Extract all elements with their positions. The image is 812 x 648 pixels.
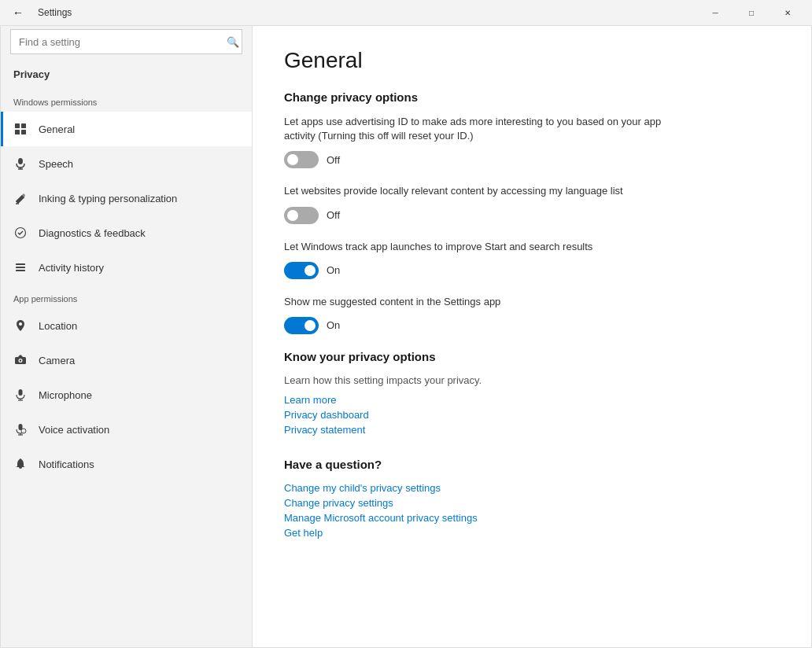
- sidebar-item-diagnostics-label: Diagnostics & feedback: [39, 227, 146, 239]
- know-section: Know your privacy options Learn how this…: [284, 350, 780, 436]
- maximize-button[interactable]: □: [733, 0, 770, 25]
- inking-icon: [13, 191, 28, 205]
- sidebar-item-location-label: Location: [39, 320, 77, 332]
- get-help-link[interactable]: Get help: [284, 527, 780, 539]
- page-title: General: [284, 48, 780, 73]
- search-box: 🔍: [10, 29, 242, 54]
- know-section-title: Know your privacy options: [284, 350, 780, 363]
- sidebar-item-diagnostics[interactable]: Diagnostics & feedback: [1, 215, 252, 250]
- suggested-toggle-row: On: [284, 317, 780, 334]
- know-description: Learn how this setting impacts your priv…: [284, 374, 780, 386]
- svg-rect-11: [16, 270, 25, 271]
- suggested-toggle-label: On: [327, 319, 340, 331]
- activity-icon: [13, 260, 28, 274]
- titlebar: ← Settings ─ □ ✕: [0, 0, 812, 25]
- sidebar: 🔍 Privacy Windows permissions General: [1, 26, 253, 647]
- app-permissions-label: App permissions: [1, 285, 252, 308]
- suggested-description: Show me suggested content in the Setting…: [284, 295, 677, 309]
- diagnostics-icon: [13, 226, 28, 240]
- svg-rect-0: [15, 123, 20, 128]
- sidebar-item-notifications[interactable]: Notifications: [1, 447, 252, 481]
- microphone-icon: [13, 388, 28, 402]
- sidebar-item-speech-label: Speech: [39, 158, 73, 170]
- sidebar-item-notifications-label: Notifications: [39, 458, 94, 470]
- svg-point-15: [20, 359, 21, 361]
- advertising-description: Let apps use advertising ID to make ads …: [284, 115, 677, 143]
- close-button[interactable]: ✕: [770, 0, 806, 25]
- change-privacy-link[interactable]: Change privacy settings: [284, 497, 780, 509]
- suggested-toggle[interactable]: [284, 317, 319, 334]
- change-section-title: Change privacy options: [284, 90, 780, 104]
- app-launches-toggle-row: On: [284, 262, 780, 279]
- advertising-toggle-thumb: [287, 154, 298, 165]
- advertising-toggle[interactable]: [284, 151, 319, 168]
- language-description: Let websites provide locally relevant co…: [284, 184, 677, 198]
- sidebar-item-location[interactable]: Location: [1, 308, 252, 343]
- svg-rect-2: [15, 130, 20, 134]
- svg-point-4: [18, 158, 23, 164]
- location-icon: [13, 318, 28, 333]
- privacy-dashboard-link[interactable]: Privacy dashboard: [284, 409, 780, 421]
- manage-account-link[interactable]: Manage Microsoft account privacy setting…: [284, 512, 780, 524]
- advertising-toggle-row: Off: [284, 151, 780, 168]
- language-toggle-label: Off: [327, 209, 340, 221]
- child-privacy-link[interactable]: Change my child's privacy settings: [284, 482, 780, 494]
- privacy-statement-link[interactable]: Privacy statement: [284, 424, 780, 436]
- sidebar-item-inking[interactable]: Inking & typing personalization: [1, 181, 252, 215]
- question-title: Have a question?: [284, 458, 780, 471]
- app-launches-description: Let Windows track app launches to improv…: [284, 240, 677, 254]
- sidebar-item-microphone[interactable]: Microphone: [1, 377, 252, 412]
- app-title: Settings: [38, 7, 72, 18]
- windows-permissions-label: Windows permissions: [1, 88, 252, 112]
- back-button[interactable]: ←: [6, 1, 30, 24]
- sidebar-item-microphone-label: Microphone: [39, 389, 92, 401]
- minimize-button[interactable]: ─: [697, 0, 733, 25]
- window-controls: ─ □ ✕: [697, 0, 806, 25]
- svg-point-12: [19, 322, 22, 326]
- advertising-toggle-label: Off: [327, 154, 340, 166]
- speech-icon: [13, 156, 28, 171]
- sidebar-item-camera-label: Camera: [39, 355, 75, 366]
- language-toggle-row: Off: [284, 207, 780, 224]
- camera-icon: [13, 353, 28, 367]
- main-content: General Change privacy options Let apps …: [253, 26, 811, 647]
- sidebar-item-voice-label: Voice activation: [39, 424, 109, 436]
- sidebar-item-activity-label: Activity history: [39, 262, 104, 274]
- app-launches-toggle[interactable]: [284, 262, 319, 279]
- svg-rect-9: [16, 263, 25, 265]
- svg-rect-1: [21, 123, 26, 128]
- sidebar-item-camera[interactable]: Camera: [1, 343, 252, 377]
- privacy-label: Privacy: [1, 64, 252, 88]
- question-section: Have a question? Change my child's priva…: [284, 458, 780, 539]
- svg-rect-3: [21, 130, 26, 134]
- app-launches-toggle-label: On: [327, 264, 340, 276]
- sidebar-item-voice[interactable]: ✓ Voice activation: [1, 412, 252, 447]
- search-icon[interactable]: 🔍: [227, 36, 239, 48]
- general-icon: [13, 122, 28, 136]
- search-input[interactable]: [10, 29, 242, 54]
- titlebar-left: ← Settings: [6, 1, 72, 24]
- learn-more-link[interactable]: Learn more: [284, 394, 780, 406]
- suggested-toggle-thumb: [304, 320, 316, 331]
- svg-text:✓: ✓: [23, 429, 25, 433]
- voice-icon: ✓: [13, 422, 28, 436]
- app-launches-toggle-thumb: [304, 265, 316, 276]
- sidebar-item-activity[interactable]: Activity history: [1, 250, 252, 285]
- svg-rect-17: [19, 389, 23, 396]
- sidebar-item-speech[interactable]: Speech: [1, 146, 252, 181]
- sidebar-item-general[interactable]: General: [1, 112, 252, 146]
- sidebar-item-inking-label: Inking & typing personalization: [39, 193, 177, 204]
- notifications-icon: [13, 457, 28, 471]
- language-toggle[interactable]: [284, 207, 319, 224]
- language-toggle-thumb: [287, 210, 298, 221]
- sidebar-item-general-label: General: [39, 123, 75, 135]
- svg-rect-10: [16, 267, 25, 268]
- svg-marker-16: [18, 355, 23, 358]
- app-container: 🔍 Privacy Windows permissions General: [0, 25, 812, 648]
